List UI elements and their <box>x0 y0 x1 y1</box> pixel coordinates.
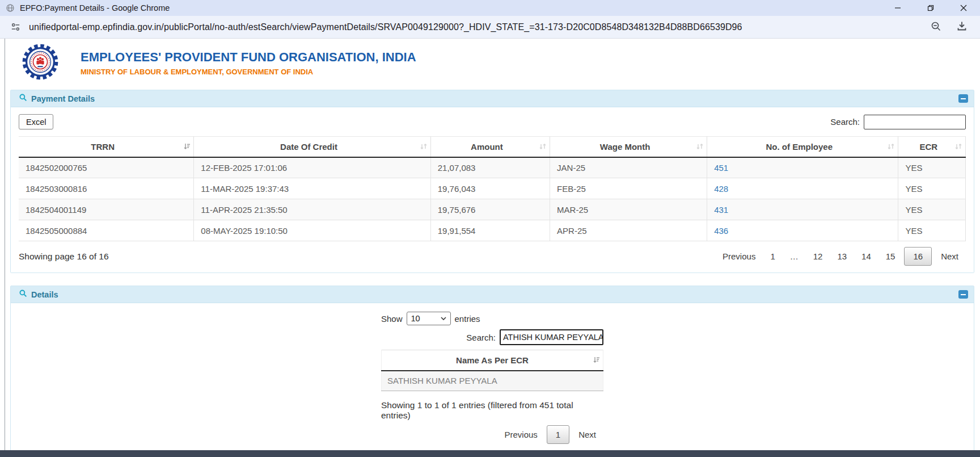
page-12[interactable]: 12 <box>806 248 830 265</box>
amount-cell: 19,76,043 <box>430 178 550 199</box>
wage-month-cell: JAN-25 <box>550 157 707 178</box>
epfo-logo <box>22 43 59 83</box>
page-1[interactable]: 1 <box>763 248 782 265</box>
globe-icon <box>6 3 15 12</box>
employee-count-cell: 431 <box>707 199 898 220</box>
page-next[interactable]: Next <box>933 248 966 265</box>
ministry-subtitle: MINISTRY OF LABOUR & EMPLOYMENT, GOVERNM… <box>81 68 416 76</box>
window-title: EPFO:Payment Details - Google Chrome <box>20 3 170 12</box>
trrn-cell: 1842503000816 <box>19 178 194 199</box>
brand-header: EMPLOYEES' PROVIDENT FUND ORGANISATION, … <box>0 39 980 85</box>
site-settings-icon[interactable] <box>10 22 21 32</box>
url-bar[interactable]: unifiedportal-emp.epfindia.gov.in/public… <box>29 22 742 32</box>
org-title: EMPLOYEES' PROVIDENT FUND ORGANISATION, … <box>81 50 416 65</box>
amount-cell: 19,75,676 <box>430 199 550 220</box>
window-restore-button[interactable] <box>914 0 947 16</box>
collapse-panel-button[interactable] <box>958 94 968 103</box>
table-row: 1842503000816 11-MAR-2025 19:37:43 19,76… <box>19 178 966 199</box>
column-header-no-of-employee[interactable]: No. of Employee <box>707 137 898 157</box>
window-titlebar: EPFO:Payment Details - Google Chrome <box>0 0 980 16</box>
wage-month-cell: FEB-25 <box>550 178 707 199</box>
wage-month-cell: MAR-25 <box>550 199 707 220</box>
zoom-icon[interactable] <box>930 20 941 34</box>
search-icon <box>19 93 27 104</box>
details-search-input[interactable]: ATHISH KUMAR PEYYALA <box>500 329 603 345</box>
employee-count-cell: 451 <box>707 157 898 178</box>
employee-count-link[interactable]: 451 <box>714 163 728 173</box>
ecr-cell: YES <box>898 220 966 241</box>
column-header-ecr[interactable]: ECR <box>898 137 966 157</box>
details-pagination: Previous 1 Next <box>381 425 603 444</box>
search-label: Search: <box>830 117 860 127</box>
entries-label: entries <box>455 314 480 324</box>
column-header-amount[interactable]: Amount <box>430 137 550 157</box>
page-previous[interactable]: Previous <box>497 426 544 443</box>
page-status: Showing page 16 of 16 <box>19 251 109 262</box>
table-row: SATHISH KUMAR PEYYALA <box>382 371 603 391</box>
table-row: 1842505000884 08-MAY-2025 19:10:50 19,91… <box>19 220 966 241</box>
panel-title: Payment Details <box>31 94 95 103</box>
excel-button[interactable]: Excel <box>19 114 53 129</box>
page-previous[interactable]: Previous <box>715 248 763 265</box>
sort-both-icon <box>696 142 704 150</box>
browser-window: EPFO:Payment Details - Google Chrome uni… <box>0 0 980 457</box>
employee-count-link[interactable]: 428 <box>714 184 728 194</box>
trrn-cell: 1842502000765 <box>19 157 194 178</box>
ecr-cell: YES <box>898 178 966 199</box>
date-cell: 11-MAR-2025 19:37:43 <box>194 178 430 199</box>
date-cell: 12-FEB-2025 17:01:06 <box>194 157 430 178</box>
sort-both-icon <box>954 142 962 150</box>
show-label: Show <box>381 314 403 324</box>
ecr-cell: YES <box>898 199 966 220</box>
details-panel: Details Show 10 entries Search: <box>10 286 974 450</box>
page-ellipsis: … <box>783 248 806 265</box>
employee-count-cell: 428 <box>707 178 898 199</box>
employee-count-link[interactable]: 431 <box>714 205 728 215</box>
payment-search-input[interactable] <box>864 115 966 129</box>
page-15[interactable]: 15 <box>878 248 903 265</box>
payment-panel-header: Payment Details <box>11 90 974 107</box>
payment-pagination: Previous 1 … 12 13 14 15 16 Next <box>715 247 966 266</box>
sort-both-icon <box>539 142 547 150</box>
page-14[interactable]: 14 <box>854 248 878 265</box>
column-header-date-of-credit[interactable]: Date Of Credit <box>194 137 430 157</box>
download-icon[interactable] <box>956 20 968 34</box>
amount-cell: 21,07,083 <box>430 157 550 178</box>
date-cell: 08-MAY-2025 19:10:50 <box>194 220 430 241</box>
wage-month-cell: APR-25 <box>550 220 707 241</box>
details-panel-header: Details <box>11 286 974 303</box>
page-16-active[interactable]: 16 <box>904 247 932 266</box>
panel-title: Details <box>31 290 58 299</box>
sort-both-icon <box>420 142 428 150</box>
column-header-name-as-per-ecr[interactable]: Name As Per ECR <box>382 350 603 371</box>
table-row: 1842504001149 11-APR-2025 21:35:50 19,75… <box>19 199 966 220</box>
sort-desc-icon <box>183 142 191 150</box>
window-minimize-button[interactable] <box>881 0 914 16</box>
sort-both-icon <box>887 142 895 150</box>
payment-table: TRRN Date Of Credit Amount <box>19 136 966 241</box>
entries-select[interactable]: 10 <box>407 312 451 325</box>
column-header-trrn[interactable]: TRRN <box>19 137 194 157</box>
amount-cell: 19,91,554 <box>430 220 550 241</box>
trrn-cell: 1842504001149 <box>19 199 194 220</box>
collapse-panel-button[interactable] <box>958 290 968 299</box>
chevron-down-icon <box>441 317 446 320</box>
page-content: EMPLOYEES' PROVIDENT FUND ORGANISATION, … <box>0 39 980 450</box>
employee-count-link[interactable]: 436 <box>714 226 728 236</box>
payment-details-panel: Payment Details Excel Search: <box>10 90 974 273</box>
details-status: Showing 1 to 1 of 1 entries (filtered fr… <box>381 400 603 421</box>
sort-desc-icon <box>592 356 600 364</box>
window-close-button[interactable] <box>947 0 980 16</box>
ecr-name-cell: SATHISH KUMAR PEYYALA <box>382 371 603 391</box>
page-next[interactable]: Next <box>571 426 603 443</box>
trrn-cell: 1842505000884 <box>19 220 194 241</box>
search-icon <box>19 289 27 300</box>
column-header-wage-month[interactable]: Wage Month <box>550 137 707 157</box>
page-13[interactable]: 13 <box>830 248 854 265</box>
table-row: 1842502000765 12-FEB-2025 17:01:06 21,07… <box>19 157 966 178</box>
ecr-name-table: Name As Per ECR SATHISH KUMAR PEYYALA <box>381 350 603 391</box>
taskbar-strip <box>0 450 980 457</box>
page-1-active[interactable]: 1 <box>547 425 569 444</box>
date-cell: 11-APR-2025 21:35:50 <box>194 199 430 220</box>
browser-toolbar: unifiedportal-emp.epfindia.gov.in/public… <box>0 16 980 39</box>
